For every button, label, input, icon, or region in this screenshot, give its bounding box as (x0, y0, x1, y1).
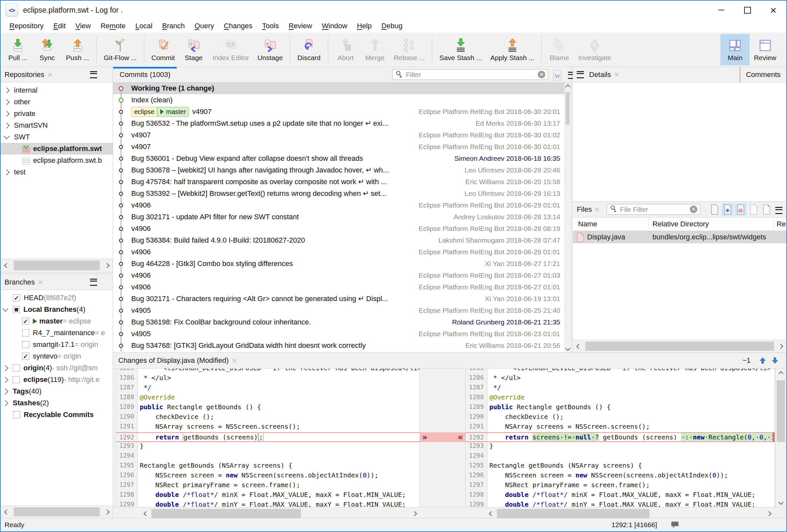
toolbar-main-button[interactable]: Main (720, 34, 750, 65)
scroll-right-icon[interactable] (101, 506, 113, 518)
column-clipped[interactable]: Re (774, 220, 786, 228)
menu-window[interactable]: Window (317, 22, 352, 30)
commit-row[interactable]: v4906Eclipse Platform RelEng Bot 2018-06… (113, 270, 565, 281)
comment-bubble-icon[interactable] (671, 521, 679, 530)
commit-row[interactable]: v4906Eclipse Platform RelEng Bot 2018-06… (113, 281, 565, 293)
scroll-right-icon[interactable] (775, 340, 786, 352)
commit-row[interactable]: Bug 464228 - [Gtk3] Combo box styling di… (113, 258, 565, 270)
commit-row[interactable]: Bug 536384: Build failed 4.9.0 I-Build: … (113, 235, 565, 246)
commit-row[interactable]: v4905Eclipse Platform RelEng Bot 2018-06… (113, 328, 565, 340)
branch-checkbox[interactable] (13, 294, 20, 302)
clear-filter-icon[interactable]: ✕ (690, 205, 697, 213)
menu-repository[interactable]: Repository (4, 22, 48, 30)
panel-splitter[interactable] (1, 272, 113, 274)
commit-row[interactable]: Index (clean) (113, 94, 565, 106)
scrollbar-thumb[interactable] (497, 509, 650, 518)
expand-icon[interactable] (2, 400, 8, 406)
branch-item-master[interactable]: master = eclipse (1, 315, 113, 327)
files-menu-icon[interactable] (775, 207, 783, 214)
branch-item-eclipse[interactable]: eclipse (119) - http://git.e (1, 374, 113, 385)
branch-item-syntevo[interactable]: syntevo = origin (1, 351, 113, 362)
branch-checkbox[interactable] (13, 411, 20, 418)
branch-item-r4-7-maintenance[interactable]: R4_7_maintenance = e (1, 327, 113, 339)
close-panel-icon[interactable]: × (47, 70, 52, 79)
branch-checkbox[interactable] (13, 306, 20, 313)
commit-filter-input[interactable]: Filter ✕ (392, 69, 548, 80)
expand-icon[interactable] (4, 123, 9, 128)
scroll-up-icon[interactable] (565, 83, 571, 91)
menu-remote[interactable]: Remote (95, 22, 130, 30)
branch-item-smartgit-17-1[interactable]: smartgit-17.1 = origin (1, 339, 113, 351)
scroll-down-icon[interactable] (565, 344, 571, 352)
column-name[interactable]: Name (573, 220, 648, 228)
expand-icon[interactable] (2, 389, 8, 394)
filter-untracked-files-icon[interactable] (761, 203, 772, 216)
previous-change-button[interactable] (757, 354, 769, 367)
toolbar-review-button[interactable]: Review (750, 34, 781, 65)
expand-icon[interactable] (2, 377, 8, 383)
expand-icon[interactable] (4, 87, 9, 93)
branch-checkbox[interactable] (22, 341, 29, 348)
menu-local[interactable]: Local (130, 22, 157, 30)
menu-edit[interactable]: Edit (48, 22, 70, 30)
file-row-display-java[interactable]: Display.javabundles/org.eclip...lipse/sw… (573, 231, 786, 243)
commit-row[interactable]: eclipsemasterv4907Eclipse Platform RelEn… (113, 106, 565, 117)
word-wrap-icon[interactable]: W (552, 69, 562, 82)
change-marker[interactable]: » « (420, 432, 465, 442)
commit-row[interactable]: Bug 475784: half transparent composite a… (113, 176, 565, 188)
scrollbar-thumb[interactable] (151, 509, 301, 518)
close-panel-icon[interactable]: × (232, 356, 237, 366)
repository-item-test[interactable]: test (1, 166, 113, 178)
vertical-splitter[interactable] (571, 67, 573, 352)
filter-modified-files-icon[interactable] (735, 203, 746, 216)
commit-row[interactable]: v4906Eclipse Platform RelEng Bot 2018-06… (113, 246, 565, 258)
panel-menu-icon[interactable] (90, 71, 97, 78)
menu-tools[interactable]: Tools (257, 22, 284, 30)
toolbar-git-flow-button[interactable]: Git-Flow ... (100, 34, 141, 65)
apply-left-icon[interactable]: « (458, 432, 463, 442)
branch-checkbox[interactable] (13, 364, 20, 372)
branch-item-head[interactable]: HEAD (8f687e2f) (1, 292, 113, 304)
commit-row[interactable]: v4907Eclipse Platform RelEng Bot 2018-06… (113, 141, 565, 153)
clear-filter-icon[interactable]: ✕ (538, 71, 545, 78)
filter-unchanged-files-icon[interactable] (709, 203, 720, 216)
repository-item-swt[interactable]: SWT (1, 131, 113, 143)
toolbar-sync-button[interactable]: Sync (33, 34, 62, 65)
filter-missing-files-icon[interactable] (748, 203, 759, 216)
commit-row[interactable]: Working Tree (1 change) (113, 83, 565, 94)
toolbar-pull-button[interactable]: Pull ... (3, 34, 33, 65)
scrollbar-thumb[interactable] (14, 507, 100, 516)
column-relative-directory[interactable]: Relative Directory (648, 220, 774, 228)
branches-hscrollbar[interactable] (1, 505, 113, 518)
scrollbar-thumb[interactable] (585, 342, 774, 351)
repository-item-eclipse-platform-swt-b[interactable]: eclipse.platform.swt.b (1, 155, 113, 166)
branch-checkbox[interactable] (22, 329, 29, 336)
scroll-down-icon[interactable] (775, 497, 786, 507)
diff-vscrollbar[interactable] (775, 369, 786, 507)
scroll-left-icon[interactable] (1, 506, 12, 518)
scrollbar-thumb[interactable] (566, 92, 570, 125)
close-panel-icon[interactable]: × (38, 278, 43, 286)
commit-row[interactable]: Bug 535392 – [Webkit2] Browser.getText()… (113, 188, 565, 199)
repository-item-internal[interactable]: internal (1, 85, 113, 96)
menu-view[interactable]: View (70, 22, 95, 30)
files-hscrollbar[interactable] (573, 340, 786, 352)
next-change-button[interactable] (769, 354, 781, 367)
branch-checkbox[interactable] (13, 376, 20, 383)
toolbar-commit-button[interactable]: Commit (147, 34, 179, 65)
toolbar-unstage-button[interactable]: Unstage (253, 34, 287, 65)
menu-changes[interactable]: Changes (219, 22, 257, 30)
menu-query[interactable]: Query (190, 22, 219, 30)
commit-row[interactable]: v4905Eclipse Platform RelEng Bot 2018-06… (113, 305, 565, 316)
close-panel-icon[interactable]: × (594, 205, 599, 215)
close-button[interactable]: × (760, 1, 786, 20)
menu-branch[interactable]: Branch (157, 22, 190, 30)
commit-row[interactable]: Bug 302171 - Characters requiring <Alt G… (113, 293, 565, 305)
commits-vscrollbar[interactable] (565, 83, 571, 352)
branch-checkbox[interactable] (22, 318, 29, 325)
menu-help[interactable]: Help (352, 22, 377, 30)
repository-item-private[interactable]: private (1, 108, 113, 119)
commit-row[interactable]: Bug 534768: [GTK3] GridLayout GridData w… (113, 340, 565, 351)
commit-row[interactable]: Bug 536532 - The platformSwt.setup uses … (113, 117, 565, 129)
files-table-header[interactable]: Name Relative Directory Re (573, 218, 786, 231)
